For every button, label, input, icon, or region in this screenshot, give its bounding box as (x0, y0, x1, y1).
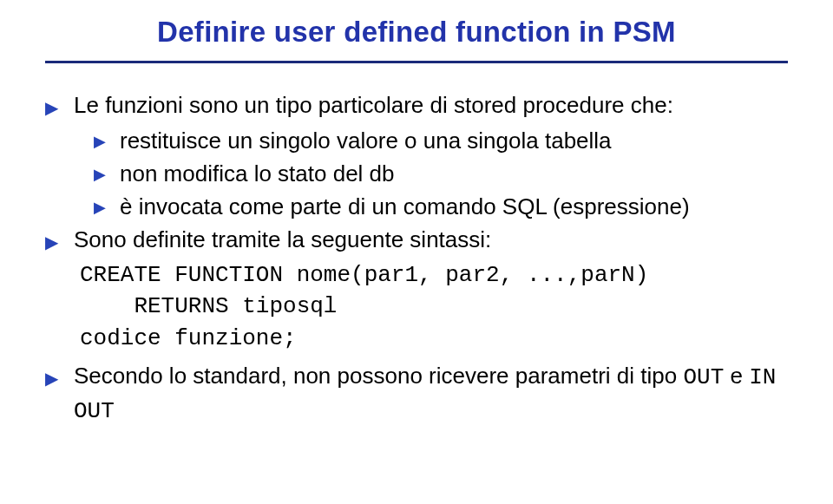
code-inline: OUT (683, 364, 724, 390)
bullet-text: non modifica lo stato del db (120, 158, 395, 190)
triangle-icon: ▶ (45, 95, 58, 120)
text-segment: e (724, 363, 749, 389)
title-rule (45, 61, 788, 63)
bullet-level2: ▶ restituisce un singolo valore o una si… (94, 125, 788, 157)
slide-content: ▶ Le funzioni sono un tipo particolare d… (45, 89, 788, 428)
bullet-level1: ▶ Secondo lo standard, non possono ricev… (45, 360, 788, 428)
bullet-text: Le funzioni sono un tipo particolare di … (74, 89, 673, 121)
code-line: CREATE FUNCTION nome(par1, par2, ...,par… (80, 262, 648, 288)
triangle-icon: ▶ (94, 197, 106, 219)
code-line: RETURNS tiposql (80, 293, 337, 319)
bullet-text: è invocata come parte di un comando SQL … (120, 191, 690, 223)
triangle-icon: ▶ (45, 366, 58, 390)
bullet-text: Sono definite tramite la seguente sintas… (74, 224, 491, 256)
bullet-level1: ▶ Sono definite tramite la seguente sint… (45, 224, 788, 256)
bullet-text: Secondo lo standard, non possono ricever… (74, 360, 788, 428)
text-segment: Secondo lo standard, non possono ricever… (74, 363, 683, 389)
bullet-text: restituisce un singolo valore o una sing… (120, 125, 612, 157)
code-block: CREATE FUNCTION nome(par1, par2, ...,par… (80, 259, 788, 356)
triangle-icon: ▶ (45, 230, 58, 254)
slide-title: Definire user defined function in PSM (45, 16, 788, 49)
triangle-icon: ▶ (94, 131, 106, 154)
code-line: codice funzione; (80, 325, 297, 351)
bullet-level1: ▶ Le funzioni sono un tipo particolare d… (45, 89, 788, 121)
bullet-level2: ▶ è invocata come parte di un comando SQ… (94, 191, 788, 223)
bullet-level2: ▶ non modifica lo stato del db (94, 158, 788, 190)
slide: Definire user defined function in PSM ▶ … (0, 0, 833, 504)
triangle-icon: ▶ (94, 164, 106, 187)
